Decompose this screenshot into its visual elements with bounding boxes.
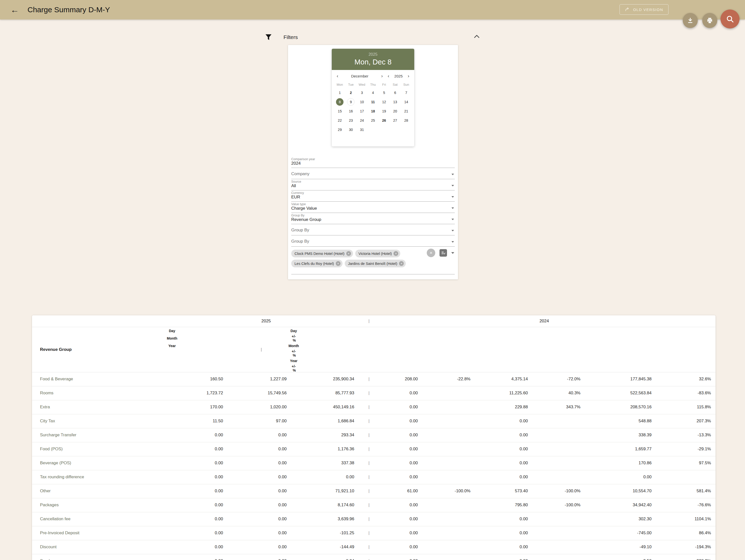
calendar-day[interactable]: 12: [379, 97, 389, 106]
filter-icon: [265, 34, 272, 41]
calendar-day[interactable]: 22: [334, 116, 345, 125]
datepicker-selected-date[interactable]: Mon, Dec 8: [332, 58, 414, 66]
cell-value: -144.49: [293, 540, 361, 554]
hotel-select: Clock PMS Demo Hotel (Hotel)×Victoria Ho…: [291, 246, 455, 274]
hotel-dropdown-caret-icon[interactable]: [451, 252, 454, 254]
calendar-day[interactable]: 27: [389, 116, 400, 125]
cell-value: 11,225.60: [477, 386, 535, 400]
calendar-day[interactable]: 26: [379, 116, 389, 125]
cell-value: 0.00: [477, 554, 535, 560]
date-picker: 2025 Mon, Dec 8 ‹ December › ‹ 2025 › Mo…: [332, 49, 414, 146]
hotel-chip[interactable]: Jardins de Saint Benoît (Hotel)×: [345, 260, 406, 267]
hotel-chip[interactable]: Les Clefs du Roy (Hotel)×: [291, 260, 343, 267]
cell-value: 0.00: [377, 414, 424, 428]
calendar-day[interactable]: 11: [367, 97, 379, 106]
calendar-day[interactable]: 7: [401, 88, 412, 97]
calendar-day[interactable]: 5: [379, 88, 389, 97]
field-source[interactable]: SourceAll: [291, 179, 455, 190]
column-header: Day: [293, 327, 300, 335]
cell-value: 0.00: [377, 512, 424, 526]
group-header-spacer: [32, 316, 171, 327]
field-value: Revenue Group: [291, 217, 321, 222]
calendar-day[interactable]: 24: [356, 116, 367, 125]
calendar-day[interactable]: 28: [401, 116, 412, 125]
cell-value: -338.3%: [658, 554, 715, 560]
field-value-type[interactable]: Value typeCharge Value: [291, 202, 455, 213]
cell-value: |: [361, 484, 377, 498]
field-currency[interactable]: CurrencyEUR: [291, 190, 455, 202]
cell-value: 0.00: [587, 470, 658, 484]
calendar-day[interactable]: 2: [345, 88, 356, 97]
calendar-day-number: 12: [380, 98, 388, 106]
calendar-day[interactable]: 9: [345, 97, 356, 106]
calendar-day-number: 31: [358, 126, 366, 133]
search-button[interactable]: [720, 9, 740, 29]
field-group-by-1[interactable]: Group ByRevenue Group: [291, 213, 455, 224]
row-label: Packages: [32, 498, 171, 512]
cell-value: 1,723.72: [171, 386, 229, 400]
chip-remove-icon[interactable]: ×: [336, 261, 341, 266]
field-comparison-year[interactable]: Comparison year2024: [291, 157, 455, 168]
calendar-day[interactable]: 31: [356, 125, 367, 134]
calendar-day-number: 21: [402, 107, 410, 115]
calendar-day[interactable]: 13: [389, 97, 400, 106]
calendar-day[interactable]: 21: [401, 106, 412, 116]
hotel-chip[interactable]: Victoria Hotel (Hotel)×: [355, 250, 400, 257]
table-row: Surcharge Transfer0.000.00293.34|0.000.0…: [32, 428, 715, 442]
field-group-by-3[interactable]: Group By: [291, 235, 455, 246]
calendar-day[interactable]: 8: [334, 97, 345, 106]
calendar-day[interactable]: 3: [356, 88, 367, 97]
field-company[interactable]: Company: [291, 168, 455, 179]
cell-value: -22.8%: [424, 372, 477, 386]
field-value: EUR: [291, 195, 300, 200]
cell-value: [534, 554, 587, 560]
calendar-day[interactable]: 29: [334, 125, 345, 134]
cell-value: 1,020.00: [229, 400, 293, 414]
weekday-label: Fri: [379, 81, 389, 88]
calendar-day[interactable]: 14: [401, 97, 412, 106]
cell-value: -100.0%: [424, 484, 477, 498]
cell-value: 0.00: [377, 442, 424, 456]
calendar-day[interactable]: 10: [356, 97, 367, 106]
chip-remove-icon[interactable]: ×: [346, 251, 351, 256]
old-version-button[interactable]: OLD VERSION: [619, 4, 669, 15]
back-arrow-icon[interactable]: ←: [10, 5, 19, 14]
calendar-day[interactable]: 15: [334, 106, 345, 116]
calendar-day[interactable]: 30: [345, 125, 356, 134]
calendar-day[interactable]: 1: [334, 88, 345, 97]
calendar-day[interactable]: 6: [389, 88, 400, 97]
datepicker-year[interactable]: 2025: [332, 52, 414, 57]
calendar-day[interactable]: 4: [367, 88, 379, 97]
cell-value: 115.8%: [658, 400, 715, 414]
calendar-day[interactable]: 23: [345, 116, 356, 125]
calendar-day[interactable]: 25: [367, 116, 379, 125]
chip-remove-icon[interactable]: ×: [399, 261, 404, 266]
calendar-empty-cell: [389, 125, 400, 134]
cell-value: [534, 470, 587, 484]
cell-value: 795.80: [477, 498, 535, 512]
cell-value: 85,777.93: [293, 386, 361, 400]
cell-value: [424, 512, 477, 526]
calendar-day[interactable]: 19: [379, 106, 389, 116]
calendar-day[interactable]: 18: [367, 106, 379, 116]
next-month-button[interactable]: ›: [379, 73, 385, 79]
hotel-select-actions: ×: [427, 249, 454, 257]
field-group-by-2[interactable]: Group By: [291, 224, 455, 235]
calendar-day[interactable]: 16: [345, 106, 356, 116]
prev-year-button[interactable]: ‹: [385, 73, 392, 79]
calendar-day[interactable]: 20: [389, 106, 400, 116]
cell-value: 573.40: [477, 484, 535, 498]
column-header: +/-%: [293, 350, 300, 357]
clear-selection-icon[interactable]: ×: [427, 249, 435, 257]
hotel-chip[interactable]: Clock PMS Demo Hotel (Hotel)×: [291, 250, 353, 257]
prev-month-button[interactable]: ‹: [334, 73, 341, 79]
next-year-button[interactable]: ›: [405, 73, 412, 79]
cell-value: 0.00: [171, 456, 229, 470]
calendar-day[interactable]: 17: [356, 106, 367, 116]
print-button[interactable]: [702, 13, 717, 28]
field-label: Value type: [291, 202, 306, 206]
download-button[interactable]: [683, 13, 698, 28]
collapse-filters-button[interactable]: [473, 33, 481, 41]
chip-remove-icon[interactable]: ×: [393, 251, 398, 256]
select-all-icon[interactable]: [440, 249, 447, 257]
